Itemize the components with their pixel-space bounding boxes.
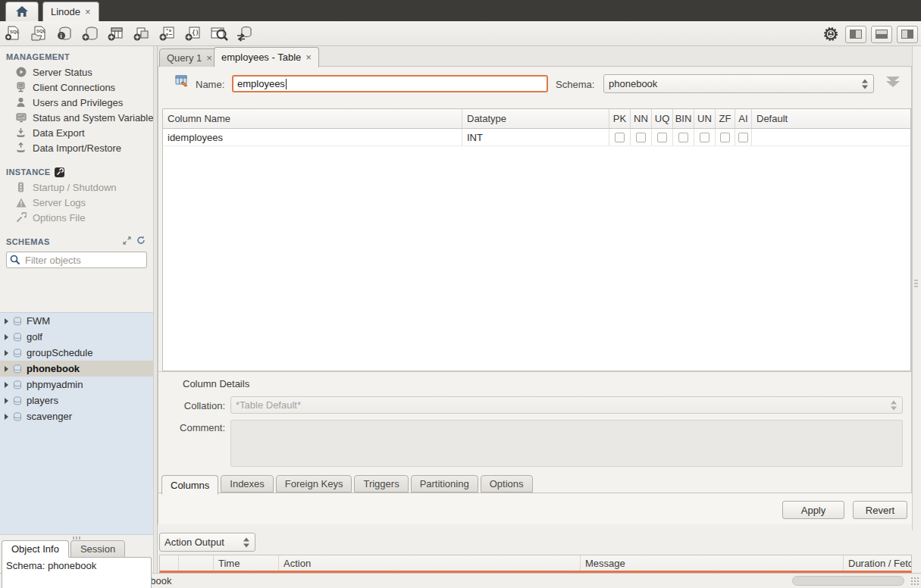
expander-icon[interactable] [5, 366, 8, 372]
col-header-default[interactable]: Default [751, 109, 910, 128]
cell-column-name[interactable]: idemployees [163, 129, 462, 145]
cell-default[interactable] [751, 129, 910, 145]
reconnect-dbms-icon[interactable] [235, 23, 255, 43]
sidebar-item-startup-shutdown[interactable]: Startup / Shutdown [0, 180, 153, 195]
create-function-icon[interactable]: {) [183, 23, 203, 43]
zf-checkbox[interactable] [720, 133, 730, 142]
sidebar-item-server-status[interactable]: Server Status [0, 64, 153, 80]
col-header-column-name[interactable]: Column Name [163, 109, 462, 128]
sidebar-item-data-export[interactable]: Data Export [0, 125, 153, 140]
col-header-ai[interactable]: AI [735, 109, 751, 128]
sidebar-item-users-privileges[interactable]: Users and Privileges [0, 95, 153, 110]
schema-icon [13, 333, 22, 342]
output-selector-dropdown[interactable]: Action Output [159, 533, 255, 552]
revert-button[interactable]: Revert [853, 501, 907, 519]
open-sql-script-icon[interactable]: SQL [29, 23, 49, 43]
home-tab[interactable] [5, 2, 39, 21]
col-header-uq[interactable]: UQ [651, 109, 672, 128]
object-info-panel: Schema: phonebook [2, 557, 152, 588]
db-info-icon[interactable]: i [55, 23, 74, 43]
output-header-blank2[interactable] [178, 555, 213, 571]
col-header-pk[interactable]: PK [609, 109, 630, 128]
output-header-blank1[interactable] [160, 555, 178, 571]
output-header-time[interactable]: Time [213, 555, 278, 571]
collation-dropdown[interactable]: *Table Default* [230, 396, 903, 414]
schema-row-scavenger[interactable]: scavenger [0, 408, 153, 424]
output-header-duration[interactable]: Duration / Fetch [843, 555, 911, 571]
col-header-nn[interactable]: NN [630, 109, 651, 128]
sidebar-item-data-import[interactable]: Data Import/Restore [0, 140, 153, 155]
create-schema-icon[interactable] [80, 23, 100, 43]
col-header-bin[interactable]: BIN [672, 109, 694, 128]
schema-row-groupschedule[interactable]: groupSchedule [0, 345, 153, 361]
subtab-columns[interactable]: Columns [161, 475, 218, 495]
schema-row-phonebook[interactable]: phonebook [0, 361, 153, 377]
pk-checkbox[interactable] [615, 133, 625, 142]
close-icon[interactable]: × [305, 52, 312, 62]
nn-checkbox[interactable] [636, 133, 646, 142]
tab-employees-table[interactable]: employees - Table × [214, 47, 319, 67]
expander-icon[interactable] [5, 350, 8, 356]
toggle-bottom-panel-button[interactable] [871, 26, 892, 43]
table-editor-panel: Name: employees Schema: phonebook Column… [158, 67, 912, 524]
schema-row-golf[interactable]: golf [0, 329, 153, 345]
schema-row-fwm[interactable]: FWM [0, 313, 153, 329]
col-header-zf[interactable]: ZF [715, 109, 735, 128]
table-row[interactable]: idemployees INT [163, 129, 910, 146]
expander-icon[interactable] [5, 382, 8, 388]
toggle-left-panel-button[interactable] [845, 26, 866, 43]
output-header-message[interactable]: Message [580, 555, 843, 571]
ai-checkbox[interactable] [738, 133, 748, 142]
subtab-indexes[interactable]: Indexes [221, 475, 274, 493]
tab-object-info[interactable]: Object Info [2, 540, 69, 558]
output-header-action[interactable]: Action [278, 555, 580, 571]
subtab-partitioning[interactable]: Partitioning [411, 475, 478, 493]
uq-checkbox[interactable] [657, 133, 667, 142]
sidebar-item-options-file[interactable]: Options File [0, 210, 153, 225]
table-name-input[interactable]: employees [232, 75, 548, 92]
cell-pk [609, 129, 630, 145]
col-header-un[interactable]: UN [694, 109, 715, 128]
col-header-datatype[interactable]: Datatype [462, 109, 609, 128]
close-icon[interactable]: × [206, 53, 212, 63]
create-procedure-icon[interactable] [158, 23, 177, 43]
connection-tab[interactable]: Linode × [42, 2, 99, 21]
collapse-header-button[interactable] [883, 75, 903, 93]
subtab-triggers[interactable]: Triggers [354, 475, 408, 493]
tab-query-1[interactable]: Query 1 × [159, 48, 220, 67]
schema-tree: FWM golf groupSchedule phonebook phpmyad [0, 312, 153, 535]
stepper-icon [243, 537, 249, 547]
create-table-icon[interactable] [106, 23, 126, 43]
right-panel-splitter[interactable] [912, 46, 919, 573]
un-checkbox[interactable] [700, 133, 710, 142]
sidebar-splitter-handle[interactable] [0, 535, 153, 540]
schema-row-phpmyadmin[interactable]: phpmyadmin [0, 377, 153, 393]
filter-objects-input[interactable] [6, 252, 147, 268]
sidebar-item-client-connections[interactable]: Client Connections [0, 80, 153, 95]
sidebar-item-status-variables[interactable]: Status and System Variables [0, 110, 153, 125]
schema-dropdown[interactable]: phonebook [603, 74, 874, 93]
subtab-foreign-keys[interactable]: Foreign Keys [276, 475, 352, 493]
expander-icon[interactable] [5, 398, 8, 404]
toggle-right-panel-button[interactable] [897, 26, 918, 43]
cell-datatype[interactable]: INT [462, 129, 609, 145]
tab-session[interactable]: Session [70, 540, 125, 558]
comment-textarea[interactable] [230, 420, 903, 467]
expander-icon[interactable] [5, 414, 8, 420]
expander-icon[interactable] [5, 318, 8, 324]
admin-gear-icon[interactable] [821, 24, 841, 44]
expander-icon[interactable] [5, 334, 8, 340]
new-sql-tab-icon[interactable]: SQL [3, 23, 23, 43]
sidebar-item-server-logs[interactable]: Server Logs [0, 195, 153, 210]
refresh-schemas-icon[interactable] [136, 236, 146, 245]
expand-schemas-icon[interactable] [123, 236, 131, 245]
resize-grip-icon[interactable] [910, 577, 919, 586]
create-view-icon[interactable] [132, 23, 152, 43]
bin-checkbox[interactable] [678, 133, 688, 142]
schema-row-players[interactable]: players [0, 393, 153, 408]
apply-button[interactable]: Apply [782, 501, 844, 519]
close-icon[interactable]: × [85, 7, 91, 17]
subtab-options[interactable]: Options [481, 475, 533, 493]
wrench-icon [15, 212, 27, 224]
search-table-data-icon[interactable] [209, 23, 229, 43]
